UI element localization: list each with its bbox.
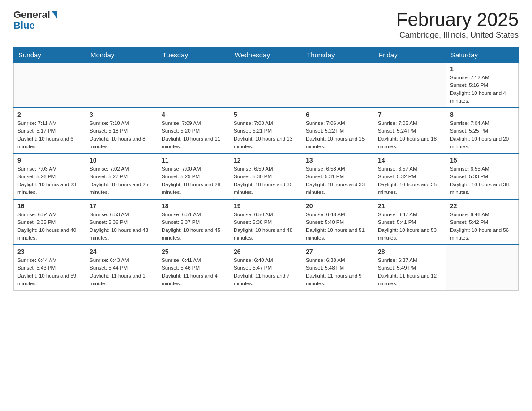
calendar-cell: 23Sunrise: 6:44 AMSunset: 5:43 PMDayligh…	[14, 245, 86, 291]
calendar-cell: 7Sunrise: 7:05 AMSunset: 5:24 PMDaylight…	[374, 108, 446, 154]
calendar-cell: 11Sunrise: 7:00 AMSunset: 5:29 PMDayligh…	[158, 154, 230, 199]
day-info: Sunrise: 6:50 AMSunset: 5:38 PMDaylight:…	[234, 211, 298, 242]
calendar-cell	[158, 63, 230, 108]
calendar-cell	[374, 63, 446, 108]
calendar-cell: 20Sunrise: 6:48 AMSunset: 5:40 PMDayligh…	[302, 199, 374, 245]
day-of-week-header: Thursday	[302, 47, 374, 63]
day-info: Sunrise: 6:43 AMSunset: 5:44 PMDaylight:…	[90, 257, 154, 287]
day-of-week-header: Wednesday	[230, 47, 302, 63]
day-number: 1	[450, 65, 515, 73]
calendar-cell: 6Sunrise: 7:06 AMSunset: 5:22 PMDaylight…	[302, 108, 374, 154]
day-number: 27	[306, 248, 370, 255]
day-number: 18	[162, 202, 226, 210]
day-number: 17	[90, 202, 154, 210]
day-number: 9	[17, 157, 82, 164]
day-number: 7	[378, 111, 442, 118]
day-info: Sunrise: 7:11 AMSunset: 5:17 PMDaylight:…	[17, 120, 82, 150]
day-number: 8	[450, 111, 515, 118]
calendar-week-row: 9Sunrise: 7:03 AMSunset: 5:26 PMDaylight…	[14, 154, 519, 199]
day-info: Sunrise: 6:46 AMSunset: 5:42 PMDaylight:…	[450, 211, 515, 242]
day-of-week-header: Sunday	[14, 47, 86, 63]
day-info: Sunrise: 6:53 AMSunset: 5:36 PMDaylight:…	[90, 211, 154, 242]
day-number: 11	[162, 157, 226, 164]
day-info: Sunrise: 7:09 AMSunset: 5:20 PMDaylight:…	[162, 120, 226, 150]
calendar-cell: 4Sunrise: 7:09 AMSunset: 5:20 PMDaylight…	[158, 108, 230, 154]
day-number: 12	[234, 157, 298, 164]
day-info: Sunrise: 7:05 AMSunset: 5:24 PMDaylight:…	[378, 120, 442, 150]
calendar-cell	[446, 245, 519, 291]
day-of-week-header: Saturday	[446, 47, 519, 63]
calendar-cell: 26Sunrise: 6:40 AMSunset: 5:47 PMDayligh…	[230, 245, 302, 291]
day-info: Sunrise: 6:58 AMSunset: 5:31 PMDaylight:…	[306, 165, 370, 196]
calendar-cell: 17Sunrise: 6:53 AMSunset: 5:36 PMDayligh…	[86, 199, 158, 245]
logo-blue-text: Blue	[13, 20, 35, 31]
day-of-week-header: Tuesday	[158, 47, 230, 63]
day-info: Sunrise: 7:10 AMSunset: 5:18 PMDaylight:…	[90, 120, 154, 150]
day-number: 13	[306, 157, 370, 164]
day-info: Sunrise: 6:41 AMSunset: 5:46 PMDaylight:…	[162, 257, 226, 287]
calendar-week-row: 2Sunrise: 7:11 AMSunset: 5:17 PMDaylight…	[14, 108, 519, 154]
calendar-cell: 25Sunrise: 6:41 AMSunset: 5:46 PMDayligh…	[158, 245, 230, 291]
calendar-cell: 8Sunrise: 7:04 AMSunset: 5:25 PMDaylight…	[446, 108, 519, 154]
calendar-week-row: 16Sunrise: 6:54 AMSunset: 5:35 PMDayligh…	[14, 199, 519, 245]
day-info: Sunrise: 6:57 AMSunset: 5:32 PMDaylight:…	[378, 165, 442, 196]
day-of-week-header: Monday	[86, 47, 158, 63]
day-number: 21	[378, 202, 442, 210]
logo: General Blue	[13, 9, 57, 31]
calendar-cell: 9Sunrise: 7:03 AMSunset: 5:26 PMDaylight…	[14, 154, 86, 199]
calendar-cell: 28Sunrise: 6:37 AMSunset: 5:49 PMDayligh…	[374, 245, 446, 291]
day-info: Sunrise: 7:08 AMSunset: 5:21 PMDaylight:…	[234, 120, 298, 150]
day-info: Sunrise: 7:12 AMSunset: 5:16 PMDaylight:…	[450, 74, 515, 105]
calendar-cell: 21Sunrise: 6:47 AMSunset: 5:41 PMDayligh…	[374, 199, 446, 245]
page-subtitle: Cambridge, Illinois, United States	[396, 30, 519, 40]
calendar-cell: 1Sunrise: 7:12 AMSunset: 5:16 PMDaylight…	[446, 63, 519, 108]
calendar-cell: 16Sunrise: 6:54 AMSunset: 5:35 PMDayligh…	[14, 199, 86, 245]
day-of-week-header: Friday	[374, 47, 446, 63]
calendar-cell: 22Sunrise: 6:46 AMSunset: 5:42 PMDayligh…	[446, 199, 519, 245]
calendar-cell: 2Sunrise: 7:11 AMSunset: 5:17 PMDaylight…	[14, 108, 86, 154]
day-info: Sunrise: 6:37 AMSunset: 5:49 PMDaylight:…	[378, 257, 442, 287]
day-number: 4	[162, 111, 226, 118]
day-info: Sunrise: 6:44 AMSunset: 5:43 PMDaylight:…	[17, 257, 82, 287]
day-info: Sunrise: 7:02 AMSunset: 5:27 PMDaylight:…	[90, 165, 154, 196]
calendar-cell: 5Sunrise: 7:08 AMSunset: 5:21 PMDaylight…	[230, 108, 302, 154]
day-info: Sunrise: 6:54 AMSunset: 5:35 PMDaylight:…	[17, 211, 82, 242]
day-info: Sunrise: 6:55 AMSunset: 5:33 PMDaylight:…	[450, 165, 515, 196]
day-info: Sunrise: 7:00 AMSunset: 5:29 PMDaylight:…	[162, 165, 226, 196]
day-number: 5	[234, 111, 298, 118]
day-number: 16	[17, 202, 82, 210]
day-number: 26	[234, 248, 298, 255]
calendar-cell: 24Sunrise: 6:43 AMSunset: 5:44 PMDayligh…	[86, 245, 158, 291]
day-number: 3	[90, 111, 154, 118]
day-number: 6	[306, 111, 370, 118]
day-number: 23	[17, 248, 82, 255]
calendar-cell: 3Sunrise: 7:10 AMSunset: 5:18 PMDaylight…	[86, 108, 158, 154]
calendar-cell: 12Sunrise: 6:59 AMSunset: 5:30 PMDayligh…	[230, 154, 302, 199]
calendar-cell: 19Sunrise: 6:50 AMSunset: 5:38 PMDayligh…	[230, 199, 302, 245]
logo-general-text: General	[13, 9, 50, 21]
day-number: 28	[378, 248, 442, 255]
calendar-cell: 15Sunrise: 6:55 AMSunset: 5:33 PMDayligh…	[446, 154, 519, 199]
page-header: General Blue February 2025 Cambridge, Il…	[13, 9, 519, 40]
day-number: 15	[450, 157, 515, 164]
day-info: Sunrise: 7:04 AMSunset: 5:25 PMDaylight:…	[450, 120, 515, 150]
day-number: 20	[306, 202, 370, 210]
calendar-cell: 10Sunrise: 7:02 AMSunset: 5:27 PMDayligh…	[86, 154, 158, 199]
calendar-cell: 13Sunrise: 6:58 AMSunset: 5:31 PMDayligh…	[302, 154, 374, 199]
day-number: 2	[17, 111, 82, 118]
day-number: 22	[450, 202, 515, 210]
calendar-table: SundayMondayTuesdayWednesdayThursdayFrid…	[13, 47, 519, 291]
day-info: Sunrise: 6:51 AMSunset: 5:37 PMDaylight:…	[162, 211, 226, 242]
day-info: Sunrise: 6:47 AMSunset: 5:41 PMDaylight:…	[378, 211, 442, 242]
calendar-cell: 27Sunrise: 6:38 AMSunset: 5:48 PMDayligh…	[302, 245, 374, 291]
day-number: 25	[162, 248, 226, 255]
day-info: Sunrise: 6:59 AMSunset: 5:30 PMDaylight:…	[234, 165, 298, 196]
day-number: 19	[234, 202, 298, 210]
day-info: Sunrise: 6:40 AMSunset: 5:47 PMDaylight:…	[234, 257, 298, 287]
calendar-cell	[86, 63, 158, 108]
calendar-cell: 18Sunrise: 6:51 AMSunset: 5:37 PMDayligh…	[158, 199, 230, 245]
day-number: 24	[90, 248, 154, 255]
calendar-week-row: 23Sunrise: 6:44 AMSunset: 5:43 PMDayligh…	[14, 245, 519, 291]
calendar-cell	[230, 63, 302, 108]
calendar-week-row: 1Sunrise: 7:12 AMSunset: 5:16 PMDaylight…	[14, 63, 519, 108]
